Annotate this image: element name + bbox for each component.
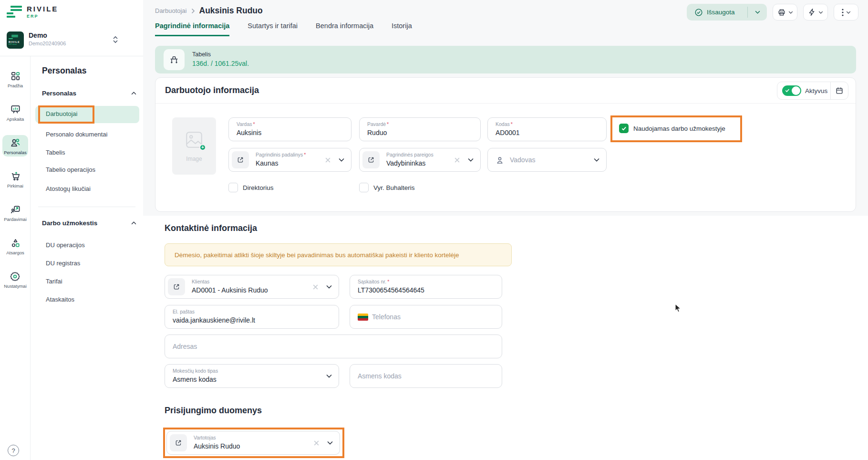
rail-item-apskaita[interactable]: Apskaita <box>0 95 31 129</box>
menu-item-du-registras[interactable]: DU registras <box>46 260 80 267</box>
direktorius-label: Direktorius <box>243 184 274 191</box>
sales-icon <box>10 204 21 215</box>
person-icon <box>496 156 504 165</box>
menu-item-ataskaitos[interactable]: Ataskaitos <box>46 296 74 303</box>
section-menu: Personalas Personalas Darbuotojai Person… <box>31 56 143 460</box>
clear-icon[interactable] <box>312 284 319 290</box>
direktorius-checkbox-row[interactable]: Direktorius <box>228 183 274 192</box>
payroll-checkbox[interactable] <box>619 124 629 133</box>
breadcrumb: Darbuotojai Auksinis Ruduo <box>155 6 263 16</box>
tab-pagrindine-informacija[interactable]: Pagrindinė informacija <box>155 22 229 36</box>
rail-item-pirkimai[interactable]: Pirkimai <box>0 162 31 196</box>
external-link-icon[interactable] <box>232 151 249 168</box>
saskaitos-field[interactable]: Sąskaitos nr.* LT7300654564564645 <box>350 275 502 299</box>
table-icon <box>164 49 185 70</box>
menu-item-tarifai[interactable]: Tarifai <box>46 278 62 285</box>
shapes-icon <box>10 238 21 249</box>
chart-board-icon <box>10 104 21 115</box>
chevron-down-icon[interactable] <box>326 285 332 289</box>
adresas-field[interactable]: Adresas <box>165 335 502 358</box>
menu-item-tabelio-operacijos[interactable]: Tabelio operacijos <box>46 166 95 173</box>
add-photo-icon: + <box>199 144 206 151</box>
rail-item-atsargos[interactable]: Atsargos <box>0 229 31 262</box>
chevron-down-icon[interactable] <box>594 158 599 162</box>
menu-item-tabelis[interactable]: Tabelis <box>46 149 65 156</box>
direktorius-checkbox[interactable] <box>228 183 238 192</box>
chevron-down-icon <box>818 11 823 14</box>
active-toggle[interactable] <box>782 85 801 96</box>
rail-item-personalas[interactable]: Personalas <box>0 129 31 162</box>
buhalteris-checkbox[interactable] <box>359 183 369 192</box>
print-button[interactable] <box>773 4 797 21</box>
breadcrumb-parent[interactable]: Darbuotojai <box>155 7 187 14</box>
rivile-logo-icon <box>7 5 22 19</box>
chevron-down-icon[interactable] <box>339 158 344 162</box>
vadovas-select[interactable]: Vadovas <box>487 148 607 172</box>
tab-bar: Pagrindinė informacija Sutartys ir tarif… <box>155 22 412 36</box>
buhalteris-checkbox-row[interactable]: Vyr. Buhalteris <box>359 183 415 192</box>
clear-icon[interactable] <box>313 440 320 446</box>
section-title-employee: Darbuotojo informacija <box>165 85 259 95</box>
klientas-select[interactable]: Klientas AD0001 - Auksinis Ruduo <box>165 275 339 299</box>
mokesciu-select[interactable]: Mokesčių kodo tipas Asmens kodas <box>165 364 339 388</box>
menu-item-du-operacijos[interactable]: DU operacijos <box>46 241 85 249</box>
menu-item-personalo-dokumentai[interactable]: Personalo dokumentai <box>46 131 107 138</box>
warning-banner: Dėmesio, pakeitimai atlikti šioje skilty… <box>165 243 512 266</box>
calendar-icon[interactable] <box>831 86 848 95</box>
gear-icon <box>10 271 21 282</box>
clear-icon[interactable] <box>454 157 460 163</box>
rail-item-nustatymai[interactable]: Nustatymai <box>0 262 31 296</box>
rail-item-pardavimai[interactable]: Pardavimai <box>0 196 31 229</box>
card-header: Darbuotojo informacija Aktyvus <box>155 78 856 104</box>
tab-bendra-informacija[interactable]: Bendra informacija <box>316 22 373 36</box>
employee-image-upload[interactable]: + Image <box>172 117 216 175</box>
payroll-checkbox-row[interactable]: Naudojamas darbo užmokestyje <box>619 124 725 133</box>
automation-button[interactable] <box>803 4 828 21</box>
app-logo: RIVILE ERP <box>7 5 58 19</box>
external-link-icon[interactable] <box>168 278 185 295</box>
section-title-contact: Kontaktinė informacija <box>165 223 257 233</box>
tab-istorija[interactable]: Istorija <box>392 22 412 36</box>
left-header: RIVILE ERP RIVILE ERP demo Demo Demo2024… <box>0 0 143 56</box>
lower-section: Kontaktinė informacija Dėmesio, pakeitim… <box>143 216 868 460</box>
tabelis-banner[interactable]: Tabelis 136d. / 1061.25val. <box>155 46 856 73</box>
chevron-up-icon <box>131 92 136 95</box>
pareigos-select[interactable]: Pagrindinės pareigos Vadybininkas <box>359 148 481 172</box>
saved-split-button[interactable]: Išsaugota <box>687 4 767 21</box>
chevron-down-icon[interactable] <box>327 441 333 445</box>
vartotojas-select[interactable]: Vartotojas Auksinis Ruduo <box>166 431 340 455</box>
vardas-field[interactable]: Vardas* Auksinis <box>228 117 351 141</box>
kebab-icon <box>842 9 844 16</box>
chevron-down-icon[interactable] <box>468 158 474 162</box>
pavarde-field[interactable]: Pavardė* Ruduo <box>359 117 481 141</box>
saved-dropdown[interactable] <box>748 10 767 14</box>
external-link-icon[interactable] <box>362 151 380 168</box>
chevron-down-icon <box>846 11 851 14</box>
kodas-field[interactable]: Kodas* AD0001 <box>487 117 607 141</box>
home-grid-icon <box>10 71 21 82</box>
telefonas-field[interactable]: Telefonas <box>350 305 502 329</box>
check-circle-icon <box>694 8 703 17</box>
menu-group-personalas[interactable]: Personalas <box>42 90 136 97</box>
rail-item-pradzia[interactable]: Pradžia <box>0 62 31 95</box>
padalinys-select[interactable]: Pagrindinis padalinys* Kaunas <box>228 148 351 172</box>
more-menu-button[interactable] <box>834 4 858 21</box>
payroll-checkbox-label: Naudojamas darbo užmokestyje <box>633 125 725 132</box>
chevron-down-icon <box>788 11 793 14</box>
menu-item-darbuotojai[interactable]: Darbuotojai <box>46 110 78 117</box>
lithuania-flag-icon[interactable] <box>358 314 368 321</box>
help-button[interactable]: ? <box>8 445 19 456</box>
cart-icon <box>10 171 21 182</box>
chevron-down-icon[interactable] <box>326 374 332 378</box>
el-pastas-field[interactable]: El. paštas vaida.jankauskiene@rivile.lt <box>165 305 339 329</box>
banner-value: 136d. / 1061.25val. <box>192 60 249 67</box>
menu-item-atostogu-likuciai[interactable]: Atostogų likučiai <box>46 185 91 192</box>
company-select-icon[interactable] <box>113 35 118 44</box>
asmens-kodas-field[interactable]: Asmens kodas <box>350 364 502 388</box>
clear-icon[interactable] <box>325 157 331 163</box>
tab-sutartys-ir-tarifai[interactable]: Sutartys ir tarifai <box>248 22 298 36</box>
brand-sub: ERP <box>27 14 58 19</box>
menu-group-darbo-uzmokestis[interactable]: Darbo užmokestis <box>42 220 136 227</box>
section-title-login: Prisijungimo duomenys <box>165 406 262 416</box>
external-link-icon[interactable] <box>170 434 187 451</box>
